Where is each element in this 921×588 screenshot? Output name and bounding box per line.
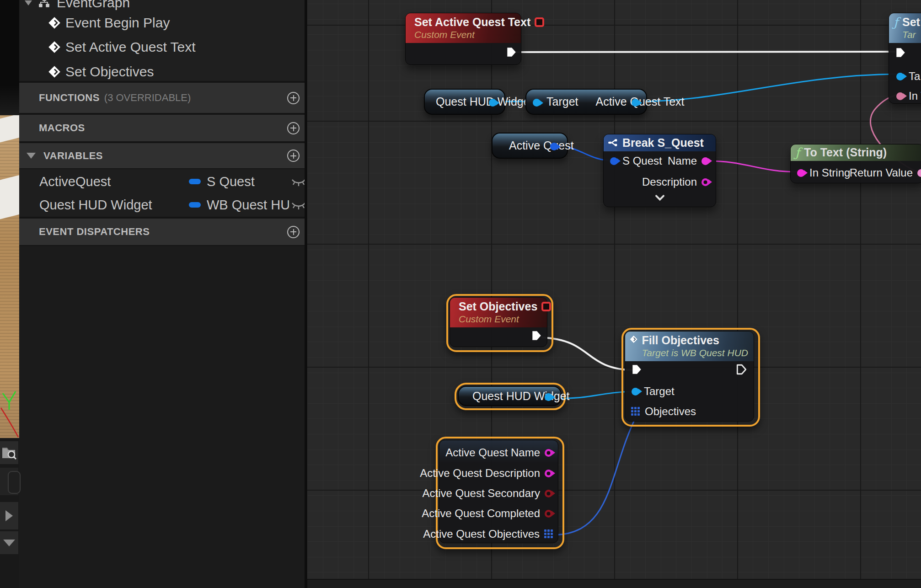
text-pin-icon[interactable]	[545, 510, 552, 518]
objectives-pin[interactable]: Objectives	[631, 405, 696, 418]
event-badge-icon	[541, 302, 551, 311]
section-functions[interactable]: FUNCTIONS (3 OVERRIDABLE)	[19, 83, 305, 113]
exec-in-pin[interactable]	[631, 363, 643, 375]
sidebar-item-eventgraph[interactable]: EventGraph	[19, 0, 305, 13]
sidebar-item-set-objectives[interactable]: Set Objectives	[19, 62, 305, 82]
object-pin-icon[interactable]	[632, 388, 639, 396]
node-title: To Text (String)	[804, 146, 887, 159]
node-get-quest-hud-widget-2[interactable]: Quest HUD Widget	[458, 386, 562, 406]
array-pin-icon[interactable]	[631, 407, 640, 416]
node-title: Break S_Quest	[622, 136, 704, 150]
node-set-active-quest-text[interactable]: Set Active Quest Text Custom Event	[405, 13, 521, 65]
exec-out-pin[interactable]	[505, 46, 517, 58]
object-pin-icon[interactable]	[896, 73, 904, 80]
node-title: Set	[902, 16, 920, 29]
collapse-arrow-icon[interactable]	[27, 153, 36, 159]
target-pin-label: Target	[546, 95, 578, 108]
variable-row-quest-hud-widget[interactable]: Quest HUD Widget WB Quest HUI	[19, 193, 305, 216]
in-text-pin[interactable]: In T	[896, 90, 921, 102]
node-subtitle: Custom Event	[459, 313, 537, 325]
node-fill-objectives[interactable]: Fill Objectives Target is WB Quest HUD T…	[625, 331, 754, 422]
chevron-down-icon[interactable]	[654, 194, 666, 202]
exec-in-pin[interactable]	[894, 47, 906, 59]
node-title: Set Objectives	[459, 300, 537, 313]
node-get-active-quest[interactable]: Active Quest	[492, 133, 568, 159]
node-to-text-string[interactable]: ƒ To Text (String) In String Return Valu…	[790, 144, 921, 183]
scrollbar-track[interactable]	[0, 468, 18, 495]
section-suffix: (3 OVERRIDABLE)	[104, 92, 191, 104]
name-pin[interactable]: Name	[668, 155, 709, 167]
target-pin-icon[interactable]	[533, 99, 541, 107]
variable-row-activequest[interactable]: ActiveQuest S Quest	[19, 170, 305, 193]
collapse-arrow-icon[interactable]	[25, 0, 32, 5]
graph-tree: EventGraph Event Begin Play Set Active Q…	[19, 0, 305, 81]
sidebar-item-event-begin-play[interactable]: Event Begin Play	[19, 13, 305, 33]
node-set-text-clipped[interactable]: ƒ Set Tar Ta In T	[889, 13, 921, 104]
text-pin-icon[interactable]	[896, 92, 904, 100]
active-quest-completed-pin[interactable]: Active Quest Completed	[422, 507, 552, 520]
scrollbar-thumb[interactable]	[8, 471, 21, 494]
sidebar-item-set-active-quest-text[interactable]: Set Active Quest Text	[19, 37, 305, 57]
closed-eye-icon[interactable]	[291, 201, 306, 211]
struct-pin-icon[interactable]	[610, 157, 618, 165]
event-diamond-icon	[48, 41, 61, 53]
exec-out-pin[interactable]	[530, 330, 542, 342]
active-quest-name-pin[interactable]: Active Quest Name	[445, 446, 552, 459]
add-variable-icon[interactable]	[287, 150, 300, 162]
struct-pin-icon[interactable]	[550, 143, 558, 150]
text-pin-icon[interactable]	[545, 490, 552, 497]
array-pin-icon[interactable]	[544, 529, 553, 539]
node-get-active-quest-text[interactable]: Target Active Quest Text	[525, 89, 647, 115]
sidebar-item-label: Set Active Quest Text	[65, 39, 196, 55]
blueprint-graph-canvas[interactable]	[307, 0, 921, 588]
add-dispatcher-icon[interactable]	[287, 226, 300, 238]
variable-label: Active Quest	[509, 139, 574, 152]
node-get-quest-hud-widget[interactable]: Quest HUD Widget	[424, 89, 505, 115]
text-pin-icon[interactable]	[701, 157, 709, 165]
active-quest-secondary-pin[interactable]: Active Quest Secondary	[423, 487, 552, 500]
add-macro-icon[interactable]	[287, 122, 300, 134]
object-pin-icon[interactable]	[632, 99, 639, 107]
exec-out-pin[interactable]	[735, 363, 747, 375]
closed-eye-icon[interactable]	[291, 177, 306, 187]
section-variables[interactable]: VARIABLES	[19, 143, 305, 168]
node-title: Set Active Quest Text	[414, 16, 530, 29]
sidebar-item-label: Set Objectives	[65, 64, 154, 80]
in-string-pin[interactable]: In String	[797, 166, 850, 179]
find-in-blueprint-button[interactable]	[0, 441, 18, 464]
event-badge-icon	[535, 17, 544, 27]
node-set-objectives[interactable]: Set Objectives Custom Event	[450, 297, 547, 347]
axis-gizmo-icon	[0, 390, 19, 438]
unreal-blueprint-editor: Set Active Quest Text Custom Event ƒ Set…	[0, 0, 921, 588]
variable-type-pill-icon	[189, 202, 201, 208]
object-pin-icon[interactable]	[545, 393, 552, 401]
node-subtitle: Tar	[902, 29, 920, 40]
section-label: VARIABLES	[43, 150, 103, 162]
selection-ring: Active Quest Name Active Quest Descripti…	[436, 437, 564, 549]
viewport-edge-strip	[0, 0, 19, 588]
active-quest-objectives-pin[interactable]: Active Quest Objectives	[423, 528, 553, 540]
return-value-pin[interactable]: Return Value	[850, 166, 921, 179]
graph-icon	[38, 0, 50, 9]
object-pin-icon[interactable]	[489, 99, 497, 107]
target-pin[interactable]: Ta	[896, 70, 920, 83]
add-function-icon[interactable]	[287, 92, 300, 104]
expand-right-button[interactable]	[0, 502, 18, 529]
target-pin[interactable]: Target	[632, 385, 675, 398]
section-macros[interactable]: MACROS	[19, 115, 305, 141]
text-pin-icon[interactable]	[701, 178, 709, 186]
expand-down-button[interactable]	[0, 531, 18, 554]
sidebar-item-label: Event Begin Play	[65, 15, 170, 31]
text-pin-icon[interactable]	[545, 449, 552, 457]
text-pin-icon[interactable]	[917, 169, 921, 177]
node-break-s-quest[interactable]: Break S_Quest S Quest Name Description	[603, 134, 716, 207]
text-pin-icon[interactable]	[545, 470, 552, 477]
section-event-dispatchers[interactable]: EVENT DISPATCHERS	[19, 219, 305, 245]
s-quest-pin[interactable]: S Quest	[610, 155, 662, 167]
description-pin[interactable]: Description	[642, 176, 709, 188]
down-arrow-icon	[3, 540, 15, 546]
active-quest-description-pin[interactable]: Active Quest Description	[420, 467, 552, 480]
node-header: Set Active Quest Text Custom Event	[406, 13, 521, 43]
string-pin-icon[interactable]	[797, 169, 805, 177]
node-active-quest-outputs[interactable]: Active Quest Name Active Quest Descripti…	[439, 440, 558, 543]
